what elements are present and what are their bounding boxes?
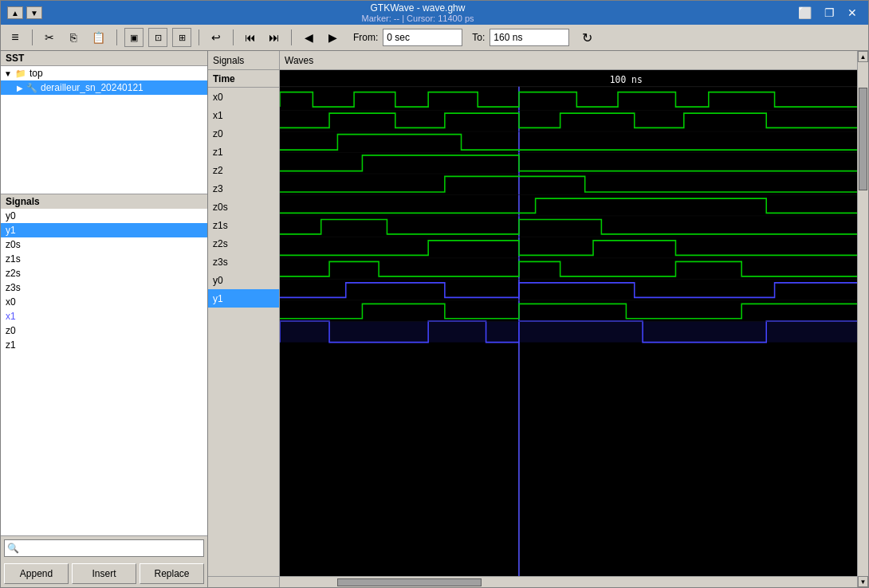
signal-y1[interactable]: y1 [1, 223, 207, 237]
prev-btn[interactable]: ◀ [299, 28, 318, 47]
tree-item-top[interactable]: ▼ 📁 top [1, 66, 207, 80]
arrow-up-btn[interactable]: ▲ [7, 6, 23, 19]
hamburger-btn[interactable]: ≡ [6, 28, 25, 47]
signal-x1[interactable]: x1 [1, 309, 207, 323]
sep2 [116, 29, 117, 45]
copy-btn[interactable]: ⎘ [64, 28, 83, 47]
tree-label-top: top [29, 68, 43, 79]
sig-row-z2s[interactable]: z2s [208, 234, 279, 253]
sig-row-z1[interactable]: z1 [208, 143, 279, 161]
sep5 [291, 29, 292, 45]
signal-z0s[interactable]: z0s [1, 237, 207, 252]
undo-btn[interactable]: ↩ [206, 28, 226, 47]
sst-tree[interactable]: ▼ 📁 top ▶ 🔧 derailleur_sn_20240121 [1, 66, 207, 194]
signal-z3s[interactable]: z3s [1, 280, 207, 295]
waveform-svg: 100 ns [280, 70, 857, 576]
sep1 [32, 29, 33, 45]
maximize-btn[interactable]: ❐ [820, 5, 840, 21]
main-window: ▲ ▼ GTKWave - wave.ghw Marker: -- | Curs… [0, 0, 869, 588]
close-btn[interactable]: ✕ [843, 5, 862, 21]
append-button[interactable]: Append [4, 563, 69, 584]
to-label: To: [472, 32, 485, 43]
expand-icon: ▼ [4, 69, 12, 78]
titlebar-info: GTKWave - wave.ghw Marker: -- | Cursor: … [361, 2, 474, 23]
search-input[interactable] [4, 539, 204, 557]
minimize-btn[interactable]: ⬜ [793, 5, 816, 21]
sig-row-z3[interactable]: z3 [208, 179, 279, 198]
sst-header: SST [1, 51, 207, 66]
zoom-range-btn[interactable]: ⊞ [172, 28, 191, 47]
select-all-btn[interactable]: ▣ [124, 28, 144, 47]
zoom-fit-btn[interactable]: ⊡ [148, 28, 167, 47]
waves-canvas[interactable]: 100 ns [280, 70, 857, 576]
signal-y0[interactable]: y0 [1, 209, 207, 223]
paste-btn[interactable]: 📋 [88, 28, 109, 47]
sig-row-x1[interactable]: x1 [208, 106, 279, 124]
signals-time-col: Time x0 x1 z0 z1 z2 z3 z0s z1s z2s z3s y… [208, 70, 280, 576]
signals-col-header: Signals [208, 51, 280, 69]
signal-x0[interactable]: x0 [1, 295, 207, 309]
search-wrapper: 🔍 [4, 539, 204, 557]
replace-button[interactable]: Replace [140, 563, 204, 584]
signal-z1[interactable]: z1 [1, 338, 207, 352]
cut-btn[interactable]: ✂ [40, 28, 59, 47]
expand-icon2: ▶ [17, 84, 23, 92]
wave-header-row: Signals Waves [208, 51, 857, 70]
folder-icon: 📁 [15, 69, 26, 79]
sig-row-x0[interactable]: x0 [208, 88, 279, 106]
sig-row-z2[interactable]: z2 [208, 161, 279, 179]
to-input[interactable] [490, 29, 569, 46]
chip-icon: 🔧 [26, 83, 37, 93]
signals-hscroll [208, 576, 280, 587]
tree-label-derailleur: derailleur_sn_20240121 [41, 82, 144, 93]
sig-row-z0s[interactable]: z0s [208, 198, 279, 216]
sig-row-z0[interactable]: z0 [208, 124, 279, 143]
scroll-down-btn[interactable]: ▼ [858, 576, 868, 587]
titlebar-arrows: ▲ ▼ [7, 6, 42, 19]
search-icon: 🔍 [7, 543, 19, 554]
toolbar: ≡ ✂ ⎘ 📋 ▣ ⊡ ⊞ ↩ ⏮ ⏭ ◀ ▶ From: To: ↻ [1, 25, 868, 51]
from-input[interactable] [383, 29, 462, 46]
svg-text:100 ns: 100 ns [610, 74, 643, 86]
bottom-scroll-area [208, 576, 857, 587]
main-content: SST ▼ 📁 top ▶ 🔧 derailleur_sn_20240121 S… [1, 51, 868, 587]
insert-button[interactable]: Insert [72, 563, 136, 584]
search-area: 🔍 [1, 535, 207, 560]
next-btn[interactable]: ▶ [323, 28, 342, 47]
sep4 [233, 29, 234, 45]
sep3 [199, 29, 199, 45]
signal-z2s[interactable]: z2s [1, 266, 207, 280]
svg-rect-4 [280, 321, 857, 342]
signals-section: Signals y0 y1 z0s z1s z2s z3s x0 x1 z0 z… [1, 194, 207, 587]
hscroll-thumb[interactable] [337, 578, 482, 586]
signals-header: Signals [1, 194, 207, 209]
wave-body: Time x0 x1 z0 z1 z2 z3 z0s z1s z2s z3s y… [208, 70, 857, 587]
scroll-up-btn[interactable]: ▲ [858, 51, 868, 62]
action-buttons: Append Insert Replace [1, 560, 207, 587]
sig-row-y1[interactable]: y1 [208, 289, 279, 308]
waveform-area: Signals Waves Time x0 x1 z0 z1 z2 z3 z0s [208, 51, 857, 587]
vertical-scrollbar[interactable]: ▲ ▼ [857, 51, 868, 587]
goto-start-btn[interactable]: ⏮ [241, 28, 260, 47]
titlebar-controls: ⬜ ❐ ✕ [793, 5, 862, 21]
goto-end-btn[interactable]: ⏭ [265, 28, 284, 47]
vscroll-track [858, 62, 868, 576]
vscroll-thumb[interactable] [859, 88, 867, 190]
refresh-btn[interactable]: ↻ [577, 28, 596, 47]
sig-row-z1s[interactable]: z1s [208, 216, 279, 234]
time-header: Time [208, 70, 279, 88]
sig-row-y0[interactable]: y0 [208, 271, 279, 289]
waves-col-header: Waves [280, 51, 857, 69]
window-title: GTKWave - wave.ghw [371, 2, 466, 14]
from-label: From: [353, 32, 378, 43]
signal-z0[interactable]: z0 [1, 323, 207, 338]
sst-panel: SST ▼ 📁 top ▶ 🔧 derailleur_sn_20240121 S… [1, 51, 208, 587]
waves-hscroll[interactable] [280, 576, 857, 587]
arrow-down-btn[interactable]: ▼ [26, 6, 42, 19]
titlebar: ▲ ▼ GTKWave - wave.ghw Marker: -- | Curs… [1, 1, 868, 25]
window-subtitle: Marker: -- | Cursor: 11400 ps [361, 14, 474, 23]
signal-z1s[interactable]: z1s [1, 252, 207, 266]
tree-item-derailleur[interactable]: ▶ 🔧 derailleur_sn_20240121 [1, 80, 207, 95]
signals-list[interactable]: y0 y1 z0s z1s z2s z3s x0 x1 z0 z1 [1, 209, 207, 535]
sig-row-z3s[interactable]: z3s [208, 253, 279, 271]
